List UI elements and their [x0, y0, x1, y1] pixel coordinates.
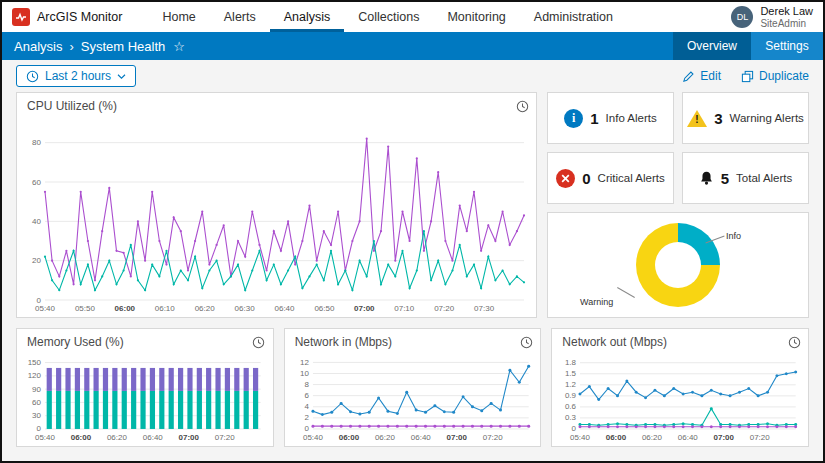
svg-text:2: 2 — [304, 413, 309, 422]
app-window: ArcGIS Monitor Home Alerts Analysis Coll… — [0, 0, 825, 463]
network-out-chart-title: Network out (Mbps) — [562, 335, 667, 349]
donut-hole — [655, 242, 701, 288]
svg-text:06:50: 06:50 — [314, 304, 335, 313]
duplicate-icon — [741, 70, 754, 83]
nav-item-alerts[interactable]: Alerts — [210, 2, 270, 32]
edit-label: Edit — [700, 69, 721, 83]
user-name: Derek Law — [760, 5, 813, 18]
nav-item-collections[interactable]: Collections — [344, 2, 433, 32]
svg-text:60: 60 — [32, 398, 41, 407]
network-out-chart: 00.30.60.91.21.51.805:4006:0006:2006:400… — [554, 353, 804, 443]
info-icon: i — [564, 109, 583, 128]
bell-icon — [699, 170, 714, 186]
total-alert-count: 5 — [721, 170, 729, 187]
svg-text:6: 6 — [304, 391, 309, 400]
tab-settings[interactable]: Settings — [751, 32, 823, 60]
svg-text:06:20: 06:20 — [107, 433, 128, 442]
edit-button[interactable]: Edit — [682, 69, 721, 83]
svg-text:05:40: 05:40 — [35, 304, 56, 313]
warning-icon: ! — [687, 110, 707, 127]
cpu-chart-title: CPU Utilized (%) — [27, 99, 117, 113]
cpu-chart-card: CPU Utilized (%) 02040608005:4005:5006:0… — [16, 92, 537, 318]
svg-text:06:00: 06:00 — [115, 304, 136, 313]
alerts-panel: i 1 Info Alerts ! 3 Warning Alerts 0 — [547, 92, 809, 318]
chart-clock-icon[interactable] — [786, 334, 802, 350]
brand-title: ArcGIS Monitor — [37, 10, 122, 24]
user-role: SiteAdmin — [760, 18, 813, 30]
breadcrumb-separator-icon: › — [69, 39, 73, 54]
donut-label-warning: Warning — [580, 297, 613, 307]
svg-text:8: 8 — [304, 380, 309, 389]
nav-item-administration[interactable]: Administration — [520, 2, 627, 32]
breadcrumb-section-link[interactable]: Analysis — [14, 39, 62, 54]
analysis-toolbar: Last 2 hours Edit Duplicate — [2, 60, 823, 92]
user-meta: Derek Law SiteAdmin — [760, 5, 813, 29]
info-alert-count: 1 — [590, 110, 598, 127]
svg-text:05:50: 05:50 — [75, 304, 96, 313]
svg-text:06:40: 06:40 — [143, 433, 164, 442]
critical-alert-count: 0 — [582, 170, 590, 187]
duplicate-button[interactable]: Duplicate — [741, 69, 809, 83]
svg-text:06:20: 06:20 — [195, 304, 216, 313]
svg-text:60: 60 — [32, 178, 41, 187]
critical-alert-label: Critical Alerts — [598, 172, 665, 184]
chevron-down-icon — [117, 73, 126, 80]
nav-item-monitoring[interactable]: Monitoring — [433, 2, 519, 32]
network-in-chart-card: Network in (Mbps) 02468101205:4006:0006:… — [284, 328, 542, 447]
arcgis-monitor-logo-icon — [12, 8, 30, 26]
chart-clock-icon[interactable] — [514, 98, 530, 114]
total-alert-label: Total Alerts — [736, 172, 792, 184]
svg-text:07:10: 07:10 — [394, 304, 415, 313]
svg-text:1.2: 1.2 — [565, 380, 577, 389]
nav-item-analysis[interactable]: Analysis — [270, 2, 345, 32]
total-alerts-card[interactable]: 5 Total Alerts — [682, 152, 809, 204]
info-alerts-card[interactable]: i 1 Info Alerts — [547, 92, 674, 144]
dashboard-content: CPU Utilized (%) 02040608005:4005:5006:0… — [2, 92, 823, 447]
cpu-chart: 02040608005:4005:5006:0006:1006:2006:300… — [19, 117, 532, 314]
warning-alert-label: Warning Alerts — [729, 112, 803, 124]
svg-text:05:40: 05:40 — [303, 433, 324, 442]
svg-text:4: 4 — [304, 402, 309, 411]
time-range-button[interactable]: Last 2 hours — [16, 65, 136, 87]
user-menu[interactable]: DL Derek Law SiteAdmin — [731, 5, 813, 29]
svg-text:1.8: 1.8 — [565, 358, 577, 367]
critical-alerts-card[interactable]: 0 Critical Alerts — [547, 152, 674, 204]
memory-chart: 030609012015005:4006:0006:2006:4007:0007… — [19, 353, 269, 443]
tab-overview[interactable]: Overview — [673, 32, 751, 60]
warning-alerts-card[interactable]: ! 3 Warning Alerts — [682, 92, 809, 144]
pencil-icon — [682, 70, 695, 83]
chart-clock-icon[interactable] — [251, 334, 267, 350]
svg-text:06:00: 06:00 — [338, 433, 359, 442]
favorite-star-icon[interactable]: ☆ — [173, 39, 185, 54]
duplicate-label: Duplicate — [759, 69, 809, 83]
svg-text:06:20: 06:20 — [642, 433, 663, 442]
breadcrumb-bar: Analysis › System Health ☆ Overview Sett… — [2, 32, 823, 60]
network-in-chart: 02468101205:4006:0006:2006:4007:0007:20 — [287, 353, 537, 443]
info-alert-label: Info Alerts — [606, 112, 657, 124]
network-out-chart-card: Network out (Mbps) 00.30.60.91.21.51.805… — [551, 328, 809, 447]
donut-callout-line-warning — [617, 287, 635, 298]
svg-text:07:00: 07:00 — [446, 433, 467, 442]
svg-text:40: 40 — [32, 217, 41, 226]
svg-text:07:20: 07:20 — [434, 304, 455, 313]
main-nav: Home Alerts Analysis Collections Monitor… — [148, 2, 627, 32]
top-navigation: ArcGIS Monitor Home Alerts Analysis Coll… — [2, 2, 823, 32]
svg-text:12: 12 — [300, 358, 309, 367]
svg-text:20: 20 — [32, 256, 41, 265]
page-title: System Health — [81, 39, 166, 54]
svg-text:90: 90 — [32, 385, 41, 394]
svg-text:1.5: 1.5 — [565, 369, 577, 378]
avatar[interactable]: DL — [731, 6, 753, 28]
svg-text:06:40: 06:40 — [411, 433, 432, 442]
svg-text:07:20: 07:20 — [750, 433, 771, 442]
nav-item-home[interactable]: Home — [148, 2, 209, 32]
alert-cards: i 1 Info Alerts ! 3 Warning Alerts 0 — [547, 92, 809, 204]
svg-text:06:30: 06:30 — [235, 304, 256, 313]
alerts-donut — [636, 223, 720, 307]
network-in-chart-title: Network in (Mbps) — [295, 335, 392, 349]
chart-clock-icon[interactable] — [518, 334, 534, 350]
svg-text:06:40: 06:40 — [274, 304, 295, 313]
svg-text:10: 10 — [300, 369, 309, 378]
svg-text:07:00: 07:00 — [354, 304, 375, 313]
svg-text:07:20: 07:20 — [215, 433, 236, 442]
